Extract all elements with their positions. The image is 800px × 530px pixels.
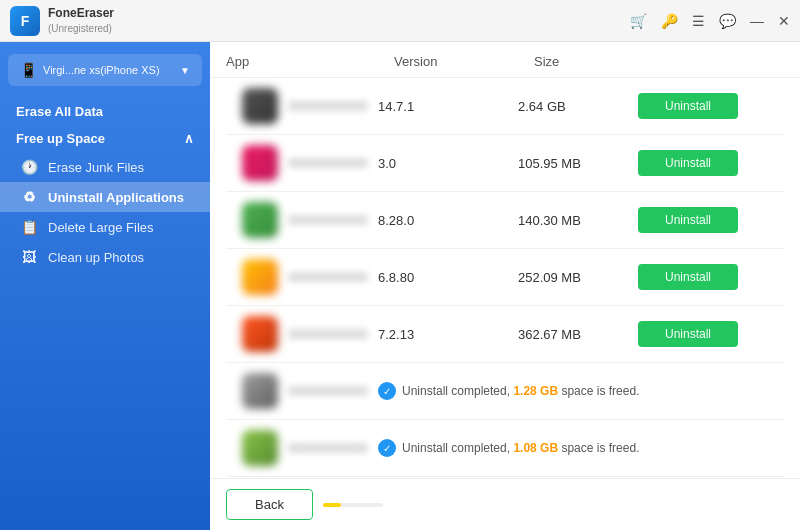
close-button[interactable]: ✕ (778, 13, 790, 29)
minimize-button[interactable]: — (750, 13, 764, 29)
app-info (242, 88, 378, 124)
recycle-icon: ♻ (20, 189, 38, 205)
app-size: 2.64 GB (518, 99, 638, 114)
app-info (242, 145, 378, 181)
app-version: 14.7.1 (378, 99, 518, 114)
title-bar: F FoneEraser (Unregistered) 🛒 🔑 ☰ 💬 — ✕ (0, 0, 800, 42)
sidebar-item-delete-large[interactable]: 📋 Delete Large Files (0, 212, 210, 242)
chevron-up-icon: ∧ (184, 131, 194, 146)
sidebar-free-up-space-header: Free up Space ∧ (0, 125, 210, 152)
uninstall-complete-status: ✓ Uninstall completed, 1.08 GB space is … (378, 439, 768, 457)
freed-size: 1.28 GB (513, 384, 558, 398)
app-logo: F (10, 6, 40, 36)
uninstall-button[interactable]: Uninstall (638, 150, 738, 176)
sidebar: 📱 Virgi...ne xs(iPhone XS) ▼ Erase All D… (0, 42, 210, 530)
sidebar-item-uninstall-apps[interactable]: ♻ Uninstall Applications (0, 182, 210, 212)
freed-size: 1.08 GB (513, 441, 558, 455)
back-button[interactable]: Back (226, 489, 313, 520)
app-size: 105.95 MB (518, 156, 638, 171)
app-name (288, 443, 368, 453)
app-size: 140.30 MB (518, 213, 638, 228)
sidebar-item-cleanup-photos[interactable]: 🖼 Clean up Photos (0, 242, 210, 272)
table-header: App Version Size (210, 42, 800, 78)
app-list: 14.7.1 2.64 GB Uninstall 3.0 105.95 MB U… (210, 78, 800, 478)
col-action (654, 54, 784, 69)
menu-icon[interactable]: ☰ (692, 13, 705, 29)
table-row: 3.0 105.95 MB Uninstall (226, 135, 784, 192)
check-icon: ✓ (378, 382, 396, 400)
complete-text: Uninstall completed, 1.28 GB space is fr… (402, 384, 639, 398)
app-name (288, 329, 368, 339)
col-version: Version (394, 54, 534, 69)
uninstall-button[interactable]: Uninstall (638, 93, 738, 119)
content-area: App Version Size 14.7.1 2.64 GB Uninstal… (210, 42, 800, 530)
app-icon (242, 202, 278, 238)
table-row: ✓ Uninstall completed, 1.28 GB space is … (226, 363, 784, 420)
device-selector[interactable]: 📱 Virgi...ne xs(iPhone XS) ▼ (8, 54, 202, 86)
clock-icon: 🕐 (20, 159, 38, 175)
key-icon[interactable]: 🔑 (661, 13, 678, 29)
chat-icon[interactable]: 💬 (719, 13, 736, 29)
app-name (288, 272, 368, 282)
device-name: Virgi...ne xs(iPhone XS) (43, 64, 174, 76)
table-row: 8.28.0 140.30 MB Uninstall (226, 192, 784, 249)
app-name (288, 215, 368, 225)
cart-icon[interactable]: 🛒 (630, 13, 647, 29)
app-version: 3.0 (378, 156, 518, 171)
app-info (242, 430, 378, 466)
app-name (288, 101, 368, 111)
bottom-bar: Back (210, 478, 800, 530)
sidebar-item-label: Clean up Photos (48, 250, 144, 265)
table-row: 14.7.1 2.64 GB Uninstall (226, 78, 784, 135)
app-icon (242, 316, 278, 352)
photo-icon: 🖼 (20, 249, 38, 265)
app-info (242, 202, 378, 238)
uninstall-complete-status: ✓ Uninstall completed, 1.28 GB space is … (378, 382, 768, 400)
app-size: 362.67 MB (518, 327, 638, 342)
app-title: FoneEraser (Unregistered) (48, 6, 114, 35)
uninstall-button[interactable]: Uninstall (638, 321, 738, 347)
sidebar-item-label: Delete Large Files (48, 220, 154, 235)
app-icon (242, 88, 278, 124)
list-icon: 📋 (20, 219, 38, 235)
app-name (288, 158, 368, 168)
app-info (242, 259, 378, 295)
app-icon (242, 145, 278, 181)
complete-text: Uninstall completed, 1.08 GB space is fr… (402, 441, 639, 455)
main-container: 📱 Virgi...ne xs(iPhone XS) ▼ Erase All D… (0, 42, 800, 530)
app-info (242, 373, 378, 409)
uninstall-button[interactable]: Uninstall (638, 207, 738, 233)
sidebar-item-erase-junk[interactable]: 🕐 Erase Junk Files (0, 152, 210, 182)
app-version: 7.2.13 (378, 327, 518, 342)
progress-bar (323, 503, 383, 507)
sidebar-item-label: Erase Junk Files (48, 160, 144, 175)
progress-fill (323, 503, 341, 507)
uninstall-button[interactable]: Uninstall (638, 264, 738, 290)
app-info (242, 316, 378, 352)
sidebar-item-label: Uninstall Applications (48, 190, 184, 205)
app-name (288, 386, 368, 396)
app-branding: F FoneEraser (Unregistered) (10, 6, 114, 36)
app-icon (242, 259, 278, 295)
check-icon: ✓ (378, 439, 396, 457)
table-row: ✓ Uninstall completed, 1.08 GB space is … (226, 420, 784, 477)
free-up-space-label: Free up Space (16, 131, 105, 146)
window-controls: 🛒 🔑 ☰ 💬 — ✕ (630, 13, 790, 29)
col-app: App (226, 54, 394, 69)
sidebar-item-erase-all[interactable]: Erase All Data (0, 98, 210, 125)
app-icon (242, 373, 278, 409)
app-version: 8.28.0 (378, 213, 518, 228)
chevron-down-icon: ▼ (180, 65, 190, 76)
table-row: 7.2.13 362.67 MB Uninstall (226, 306, 784, 363)
app-icon (242, 430, 278, 466)
table-row: 6.8.80 252.09 MB Uninstall (226, 249, 784, 306)
phone-icon: 📱 (20, 62, 37, 78)
app-version: 6.8.80 (378, 270, 518, 285)
col-size: Size (534, 54, 654, 69)
app-size: 252.09 MB (518, 270, 638, 285)
